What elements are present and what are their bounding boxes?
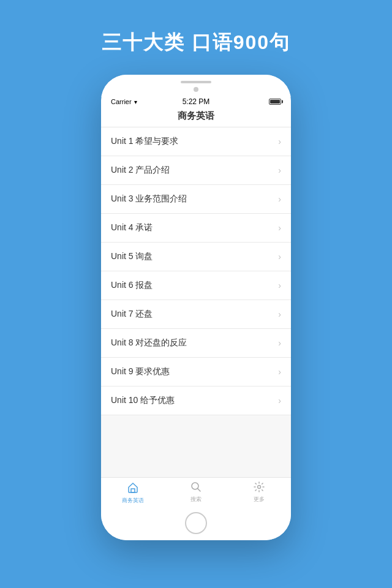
- unit-label: Unit 6 报盘: [111, 280, 153, 291]
- phone-notch: [111, 81, 281, 83]
- list-item[interactable]: Unit 8 对还盘的反应›: [101, 329, 291, 358]
- chevron-right-icon: ›: [278, 396, 281, 405]
- home-button[interactable]: [185, 512, 207, 534]
- tab-bar: 商务英语 搜索 更多: [101, 477, 291, 507]
- page-header-title: 三十大类 口语900句: [102, 29, 290, 56]
- gear-icon: [254, 481, 265, 494]
- unit-label: Unit 1 希望与要求: [111, 136, 178, 147]
- camera: [194, 87, 198, 92]
- chevron-right-icon: ›: [278, 281, 281, 290]
- list-item[interactable]: Unit 6 报盘›: [101, 271, 291, 300]
- unit-label: Unit 8 对还盘的反应: [111, 337, 187, 349]
- svg-rect-0: [131, 489, 135, 492]
- tab-home-label: 商务英语: [122, 497, 144, 505]
- chevron-right-icon: ›: [278, 309, 281, 319]
- list-item[interactable]: Unit 4 承诺›: [101, 214, 291, 243]
- unit-label: Unit 7 还盘: [111, 309, 153, 320]
- list-item[interactable]: Unit 3 业务范围介绍›: [101, 185, 291, 214]
- chevron-right-icon: ›: [278, 367, 281, 377]
- home-button-area: [101, 507, 291, 540]
- camera-row: [111, 87, 281, 92]
- list-item[interactable]: Unit 2 产品介绍›: [101, 156, 291, 185]
- phone-top: [101, 75, 291, 97]
- list-item[interactable]: Unit 9 要求优惠›: [101, 358, 291, 386]
- list-item[interactable]: Unit 1 希望与要求›: [101, 127, 291, 156]
- unit-label: Unit 4 承诺: [111, 222, 153, 233]
- svg-line-2: [197, 489, 200, 492]
- unit-label: Unit 5 询盘: [111, 251, 153, 262]
- status-left: Carrier ▾: [111, 98, 137, 105]
- unit-label: Unit 3 业务范围介绍: [111, 194, 187, 205]
- chevron-right-icon: ›: [278, 137, 281, 146]
- unit-label: Unit 2 产品介绍: [111, 165, 170, 176]
- list-item[interactable]: Unit 10 给予优惠›: [101, 386, 291, 415]
- wifi-icon: ▾: [134, 99, 137, 105]
- unit-list: Unit 1 希望与要求›Unit 2 产品介绍›Unit 3 业务范围介绍›U…: [101, 127, 291, 477]
- tab-home[interactable]: 商务英语: [101, 481, 164, 505]
- tab-more-label: 更多: [254, 496, 265, 503]
- status-bar: Carrier ▾ 5:22 PM: [101, 97, 291, 107]
- search-icon: [190, 481, 202, 494]
- battery-icon: [269, 99, 281, 105]
- battery-fill: [270, 100, 280, 104]
- status-time: 5:22 PM: [183, 97, 210, 106]
- chevron-right-icon: ›: [278, 252, 281, 262]
- chevron-right-icon: ›: [278, 194, 281, 204]
- tab-search[interactable]: 搜索: [164, 481, 227, 505]
- chevron-right-icon: ›: [278, 223, 281, 233]
- phone-frame: Carrier ▾ 5:22 PM 商务英语 Unit 1 希望与要求›Unit…: [101, 75, 291, 540]
- unit-label: Unit 10 给予优惠: [111, 395, 175, 406]
- carrier-label: Carrier: [111, 98, 132, 105]
- list-item[interactable]: Unit 5 询盘›: [101, 243, 291, 271]
- status-right: [269, 99, 281, 105]
- chevron-right-icon: ›: [278, 165, 281, 175]
- home-icon: [127, 481, 139, 496]
- tab-search-label: 搜索: [190, 496, 202, 503]
- tab-more[interactable]: 更多: [228, 481, 291, 505]
- speaker: [181, 81, 211, 83]
- svg-point-3: [258, 486, 261, 489]
- nav-bar: 商务英语: [101, 107, 291, 127]
- unit-label: Unit 9 要求优惠: [111, 366, 170, 377]
- list-item[interactable]: Unit 7 还盘›: [101, 300, 291, 329]
- chevron-right-icon: ›: [278, 338, 281, 348]
- nav-title: 商务英语: [178, 110, 214, 122]
